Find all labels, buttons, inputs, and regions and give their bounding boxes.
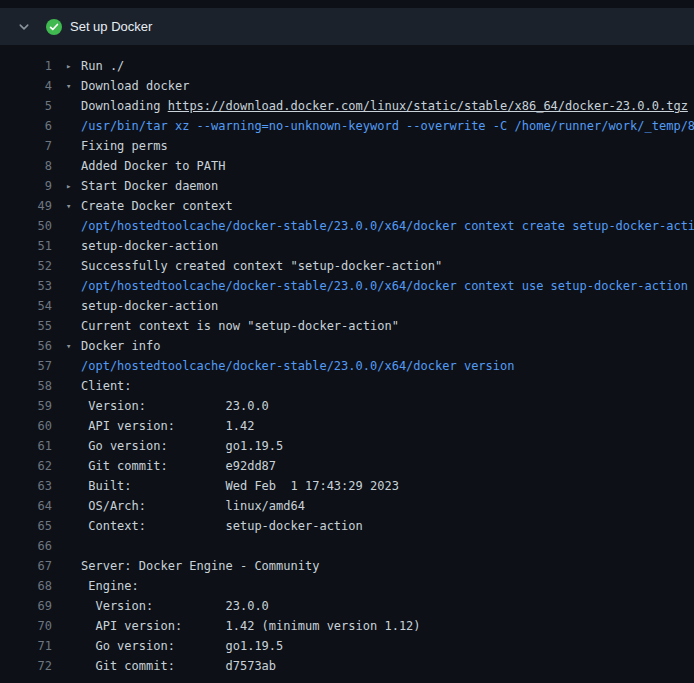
command-text: /opt/hostedtoolcache/docker-stable/23.0.… [81, 216, 694, 236]
line-number[interactable]: 68 [0, 576, 52, 596]
log-line[interactable]: 70 API version: 1.42 (minimum version 1.… [0, 616, 694, 636]
log-text: Download docker [81, 76, 189, 96]
group-toggle-icon[interactable]: ▸ [66, 176, 81, 196]
log-line[interactable]: 1 ▸ Run ./ [0, 56, 694, 76]
log-text: Built: Wed Feb 1 17:43:29 2023 [81, 476, 399, 496]
log-text: Server: Docker Engine - Community [81, 556, 319, 576]
log-line[interactable]: 60 API version: 1.42 [0, 416, 694, 436]
log-line[interactable]: 50 /opt/hostedtoolcache/docker-stable/23… [0, 216, 694, 236]
line-number[interactable]: 51 [0, 236, 52, 256]
log-line[interactable]: 6 /usr/bin/tar xz --warning=no-unknown-k… [0, 116, 694, 136]
log-line[interactable]: 49 ▾ Create Docker context [0, 196, 694, 216]
log-line[interactable]: 56 ▾ Docker info [0, 336, 694, 356]
step-title: Set up Docker [70, 19, 152, 34]
line-number[interactable]: 54 [0, 296, 52, 316]
line-number[interactable]: 53 [0, 276, 52, 296]
log-text: Context: setup-docker-action [81, 516, 363, 536]
toggle-spacer [66, 216, 81, 236]
line-number[interactable]: 72 [0, 656, 52, 676]
line-number[interactable]: 65 [0, 516, 52, 536]
toggle-spacer [66, 656, 81, 676]
toggle-spacer [66, 296, 81, 316]
toggle-spacer [66, 116, 81, 136]
group-toggle-icon[interactable]: ▸ [66, 56, 81, 76]
log-line[interactable]: 63 Built: Wed Feb 1 17:43:29 2023 [0, 476, 694, 496]
toggle-spacer [66, 416, 81, 436]
line-number[interactable]: 63 [0, 476, 52, 496]
log-line[interactable]: 58 Client: [0, 376, 694, 396]
line-number[interactable]: 56 [0, 336, 52, 356]
log-line[interactable]: 62 Git commit: e92dd87 [0, 456, 694, 476]
log-text: Go version: go1.19.5 [81, 436, 283, 456]
toggle-spacer [66, 376, 81, 396]
group-toggle-icon[interactable]: ▾ [66, 196, 81, 216]
toggle-spacer [66, 636, 81, 656]
log-line[interactable]: 65 Context: setup-docker-action [0, 516, 694, 536]
log-line[interactable]: 57 /opt/hostedtoolcache/docker-stable/23… [0, 356, 694, 376]
log-text: setup-docker-action [81, 296, 218, 316]
log-text: Create Docker context [81, 196, 233, 216]
line-number[interactable]: 66 [0, 536, 52, 556]
group-toggle-icon[interactable]: ▾ [66, 336, 81, 356]
download-link[interactable]: https://download.docker.com/linux/static… [168, 96, 688, 116]
log-line[interactable]: 69 Version: 23.0.0 [0, 596, 694, 616]
line-number[interactable]: 8 [0, 156, 52, 176]
line-number[interactable]: 4 [0, 76, 52, 96]
log-line[interactable]: 51 setup-docker-action [0, 236, 694, 256]
line-number[interactable]: 49 [0, 196, 52, 216]
log-line[interactable]: 72 Git commit: d7573ab [0, 656, 694, 676]
line-number[interactable]: 62 [0, 456, 52, 476]
log-line[interactable]: 7 Fixing perms [0, 136, 694, 156]
toggle-spacer [66, 156, 81, 176]
log-text: API version: 1.42 (minimum version 1.12) [81, 616, 421, 636]
line-number[interactable]: 1 [0, 56, 52, 76]
step-header[interactable]: Set up Docker [0, 8, 694, 45]
line-number[interactable]: 55 [0, 316, 52, 336]
log-line[interactable]: 55 Current context is now "setup-docker-… [0, 316, 694, 336]
toggle-spacer [66, 576, 81, 596]
log-text: Client: [81, 376, 132, 396]
log-text: Git commit: d7573ab [81, 656, 276, 676]
line-number[interactable]: 7 [0, 136, 52, 156]
toggle-spacer [66, 496, 81, 516]
line-number[interactable]: 60 [0, 416, 52, 436]
line-number[interactable]: 9 [0, 176, 52, 196]
log-line[interactable]: 66 [0, 536, 694, 556]
log-line[interactable]: 4 ▾ Download docker [0, 76, 694, 96]
log-line[interactable]: 59 Version: 23.0.0 [0, 396, 694, 416]
log-line[interactable]: 67 Server: Docker Engine - Community [0, 556, 694, 576]
log-text: setup-docker-action [81, 236, 218, 256]
line-number[interactable]: 59 [0, 396, 52, 416]
group-toggle-icon[interactable]: ▾ [66, 76, 81, 96]
log-line[interactable]: 52 Successfully created context "setup-d… [0, 256, 694, 276]
line-number[interactable]: 70 [0, 616, 52, 636]
line-number[interactable]: 64 [0, 496, 52, 516]
line-number[interactable]: 61 [0, 436, 52, 456]
log-text: Current context is now "setup-docker-act… [81, 316, 399, 336]
log-line[interactable]: 61 Go version: go1.19.5 [0, 436, 694, 456]
line-number[interactable]: 5 [0, 96, 52, 116]
line-number[interactable]: 67 [0, 556, 52, 576]
toggle-spacer [66, 616, 81, 636]
line-number[interactable]: 57 [0, 356, 52, 376]
log-line[interactable]: 8 Added Docker to PATH [0, 156, 694, 176]
toggle-spacer [66, 316, 81, 336]
log-text: Engine: [81, 576, 139, 596]
line-number[interactable]: 6 [0, 116, 52, 136]
log-line[interactable]: 53 /opt/hostedtoolcache/docker-stable/23… [0, 276, 694, 296]
chevron-down-icon[interactable] [16, 19, 32, 35]
log-line[interactable]: 64 OS/Arch: linux/amd64 [0, 496, 694, 516]
log-line[interactable]: 54 setup-docker-action [0, 296, 694, 316]
log-text: Go version: go1.19.5 [81, 636, 283, 656]
line-number[interactable]: 50 [0, 216, 52, 236]
log-line[interactable]: 71 Go version: go1.19.5 [0, 636, 694, 656]
log-line[interactable]: 68 Engine: [0, 576, 694, 596]
line-number[interactable]: 58 [0, 376, 52, 396]
log-text: Fixing perms [81, 136, 168, 156]
log-line[interactable]: 5 Downloading https://download.docker.co… [0, 96, 694, 116]
line-number[interactable]: 52 [0, 256, 52, 276]
log-line[interactable]: 9 ▸ Start Docker daemon [0, 176, 694, 196]
line-number[interactable]: 69 [0, 596, 52, 616]
toggle-spacer [66, 356, 81, 376]
line-number[interactable]: 71 [0, 636, 52, 656]
